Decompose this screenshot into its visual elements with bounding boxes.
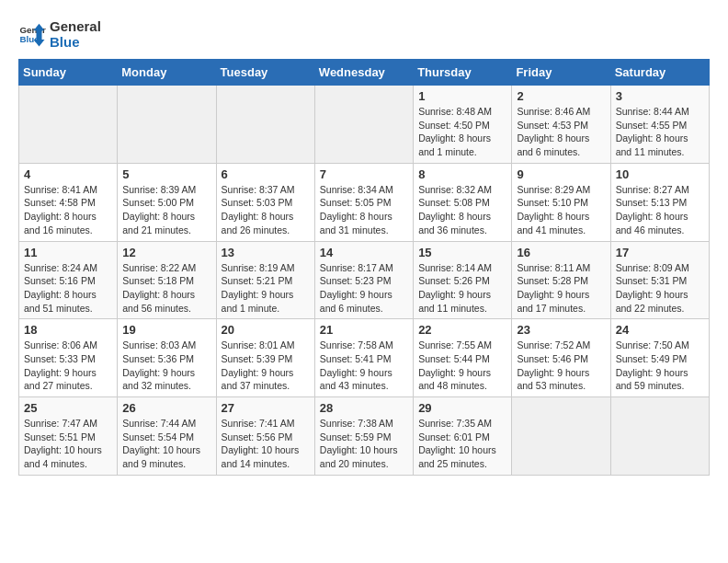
day-info: Sunrise: 8:34 AM Sunset: 5:05 PM Dayligh… [320, 183, 408, 237]
calendar-cell: 26Sunrise: 7:44 AM Sunset: 5:54 PM Dayli… [118, 397, 216, 476]
calendar-cell: 14Sunrise: 8:17 AM Sunset: 5:23 PM Dayli… [314, 241, 413, 319]
day-info: Sunrise: 8:39 AM Sunset: 5:00 PM Dayligh… [122, 183, 210, 237]
calendar-cell: 9Sunrise: 8:29 AM Sunset: 5:10 PM Daylig… [512, 163, 610, 241]
day-info: Sunrise: 8:32 AM Sunset: 5:08 PM Dayligh… [418, 183, 506, 237]
day-info: Sunrise: 8:03 AM Sunset: 5:36 PM Dayligh… [122, 339, 210, 393]
calendar-cell: 5Sunrise: 8:39 AM Sunset: 5:00 PM Daylig… [118, 163, 216, 241]
day-info: Sunrise: 8:44 AM Sunset: 4:55 PM Dayligh… [616, 105, 704, 159]
weekday-header-cell: Friday [512, 60, 610, 86]
day-info: Sunrise: 8:29 AM Sunset: 5:10 PM Dayligh… [517, 183, 605, 237]
day-info: Sunrise: 8:09 AM Sunset: 5:31 PM Dayligh… [616, 261, 704, 316]
weekday-header-cell: Monday [118, 60, 216, 86]
day-info: Sunrise: 8:11 AM Sunset: 5:28 PM Dayligh… [517, 261, 605, 316]
day-number: 25 [24, 401, 112, 415]
day-number: 6 [222, 167, 310, 181]
calendar-cell [512, 397, 610, 476]
day-info: Sunrise: 8:27 AM Sunset: 5:13 PM Dayligh… [616, 183, 704, 237]
calendar-cell: 18Sunrise: 8:06 AM Sunset: 5:33 PM Dayli… [19, 319, 118, 397]
calendar-cell: 21Sunrise: 7:58 AM Sunset: 5:41 PM Dayli… [314, 319, 413, 397]
calendar-week-row: 25Sunrise: 7:47 AM Sunset: 5:51 PM Dayli… [19, 397, 710, 476]
calendar-cell [19, 86, 118, 164]
day-number: 2 [517, 89, 605, 103]
calendar-table: SundayMondayTuesdayWednesdayThursdayFrid… [18, 59, 710, 476]
day-info: Sunrise: 7:47 AM Sunset: 5:51 PM Dayligh… [24, 417, 112, 471]
calendar-cell: 13Sunrise: 8:19 AM Sunset: 5:21 PM Dayli… [216, 241, 314, 319]
calendar-cell [610, 397, 709, 476]
weekday-header-cell: Sunday [19, 60, 118, 86]
day-number: 20 [222, 323, 310, 337]
weekday-header-cell: Wednesday [314, 60, 413, 86]
calendar-cell: 8Sunrise: 8:32 AM Sunset: 5:08 PM Daylig… [414, 163, 512, 241]
day-number: 9 [517, 167, 605, 181]
calendar-cell: 20Sunrise: 8:01 AM Sunset: 5:39 PM Dayli… [216, 319, 314, 397]
day-info: Sunrise: 8:14 AM Sunset: 5:26 PM Dayligh… [418, 261, 506, 316]
calendar-cell [118, 86, 216, 164]
day-info: Sunrise: 8:48 AM Sunset: 4:50 PM Dayligh… [418, 105, 506, 159]
calendar-cell: 17Sunrise: 8:09 AM Sunset: 5:31 PM Dayli… [610, 241, 709, 319]
day-number: 7 [320, 167, 408, 181]
day-info: Sunrise: 8:01 AM Sunset: 5:39 PM Dayligh… [222, 339, 310, 393]
calendar-cell: 16Sunrise: 8:11 AM Sunset: 5:28 PM Dayli… [512, 241, 610, 319]
page-header: General Blue General Blue [18, 18, 710, 50]
calendar-cell: 25Sunrise: 7:47 AM Sunset: 5:51 PM Dayli… [19, 397, 118, 476]
calendar-cell: 15Sunrise: 8:14 AM Sunset: 5:26 PM Dayli… [414, 241, 512, 319]
weekday-header-cell: Saturday [610, 60, 709, 86]
day-number: 14 [320, 246, 408, 259]
calendar-cell: 4Sunrise: 8:41 AM Sunset: 4:58 PM Daylig… [19, 163, 118, 241]
day-number: 8 [418, 167, 506, 181]
calendar-cell: 28Sunrise: 7:38 AM Sunset: 5:59 PM Dayli… [314, 397, 413, 476]
calendar-cell: 3Sunrise: 8:44 AM Sunset: 4:55 PM Daylig… [610, 86, 709, 164]
day-info: Sunrise: 7:52 AM Sunset: 5:46 PM Dayligh… [517, 339, 605, 393]
calendar-week-row: 11Sunrise: 8:24 AM Sunset: 5:16 PM Dayli… [19, 241, 710, 319]
calendar-cell: 24Sunrise: 7:50 AM Sunset: 5:49 PM Dayli… [610, 319, 709, 397]
day-number: 11 [24, 246, 112, 259]
day-number: 23 [517, 323, 605, 337]
day-number: 3 [616, 89, 704, 103]
calendar-cell: 27Sunrise: 7:41 AM Sunset: 5:56 PM Dayli… [216, 397, 314, 476]
calendar-cell: 6Sunrise: 8:37 AM Sunset: 5:03 PM Daylig… [216, 163, 314, 241]
day-info: Sunrise: 7:50 AM Sunset: 5:49 PM Dayligh… [616, 339, 704, 393]
logo-icon: General Blue [18, 20, 46, 48]
day-info: Sunrise: 7:41 AM Sunset: 5:56 PM Dayligh… [222, 417, 310, 471]
day-number: 4 [24, 167, 112, 181]
day-info: Sunrise: 8:24 AM Sunset: 5:16 PM Dayligh… [24, 261, 112, 316]
day-number: 13 [222, 246, 310, 259]
day-info: Sunrise: 8:37 AM Sunset: 5:03 PM Dayligh… [222, 183, 310, 237]
day-number: 15 [418, 246, 506, 259]
day-number: 1 [418, 89, 506, 103]
calendar-cell: 10Sunrise: 8:27 AM Sunset: 5:13 PM Dayli… [610, 163, 709, 241]
day-info: Sunrise: 8:41 AM Sunset: 4:58 PM Dayligh… [24, 183, 112, 237]
day-number: 5 [122, 167, 210, 181]
calendar-cell: 29Sunrise: 7:35 AM Sunset: 6:01 PM Dayli… [414, 397, 512, 476]
day-number: 27 [222, 401, 310, 415]
day-number: 21 [320, 323, 408, 337]
day-info: Sunrise: 7:55 AM Sunset: 5:44 PM Dayligh… [418, 339, 506, 393]
calendar-week-row: 1Sunrise: 8:48 AM Sunset: 4:50 PM Daylig… [19, 86, 710, 164]
day-info: Sunrise: 8:22 AM Sunset: 5:18 PM Dayligh… [122, 261, 210, 316]
calendar-cell: 19Sunrise: 8:03 AM Sunset: 5:36 PM Dayli… [118, 319, 216, 397]
day-number: 22 [418, 323, 506, 337]
calendar-cell: 23Sunrise: 7:52 AM Sunset: 5:46 PM Dayli… [512, 319, 610, 397]
day-number: 26 [122, 401, 210, 415]
calendar-cell: 7Sunrise: 8:34 AM Sunset: 5:05 PM Daylig… [314, 163, 413, 241]
calendar-cell: 11Sunrise: 8:24 AM Sunset: 5:16 PM Dayli… [19, 241, 118, 319]
day-number: 28 [320, 401, 408, 415]
calendar-week-row: 4Sunrise: 8:41 AM Sunset: 4:58 PM Daylig… [19, 163, 710, 241]
logo: General Blue General Blue [18, 18, 101, 50]
day-info: Sunrise: 8:19 AM Sunset: 5:21 PM Dayligh… [222, 261, 310, 316]
day-info: Sunrise: 8:06 AM Sunset: 5:33 PM Dayligh… [24, 339, 112, 393]
day-number: 17 [616, 246, 704, 259]
weekday-header-cell: Thursday [414, 60, 512, 86]
day-number: 19 [122, 323, 210, 337]
day-number: 29 [418, 401, 506, 415]
calendar-cell [216, 86, 314, 164]
calendar-week-row: 18Sunrise: 8:06 AM Sunset: 5:33 PM Dayli… [19, 319, 710, 397]
day-number: 12 [122, 246, 210, 259]
day-number: 16 [517, 246, 605, 259]
weekday-header-row: SundayMondayTuesdayWednesdayThursdayFrid… [19, 60, 710, 86]
day-info: Sunrise: 8:17 AM Sunset: 5:23 PM Dayligh… [320, 261, 408, 316]
day-info: Sunrise: 7:35 AM Sunset: 6:01 PM Dayligh… [418, 417, 506, 471]
calendar-cell [314, 86, 413, 164]
day-info: Sunrise: 7:58 AM Sunset: 5:41 PM Dayligh… [320, 339, 408, 393]
calendar-cell: 2Sunrise: 8:46 AM Sunset: 4:53 PM Daylig… [512, 86, 610, 164]
